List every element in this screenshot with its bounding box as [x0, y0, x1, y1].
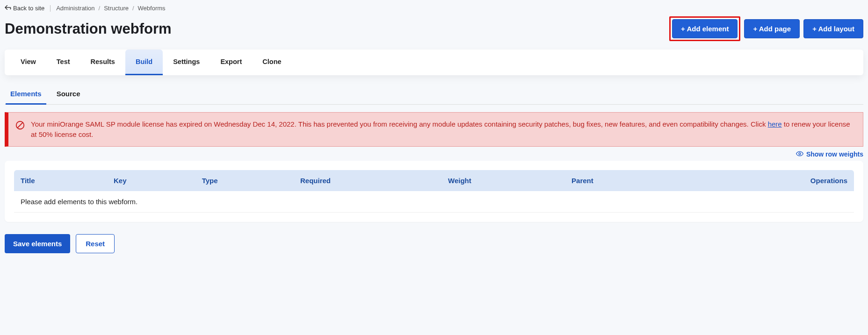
back-arrow-icon: [5, 5, 11, 12]
license-alert: Your miniOrange SAML SP module license h…: [5, 112, 863, 147]
table-header-row: Title Key Type Required Weight Parent Op…: [14, 170, 854, 191]
breadcrumb-structure[interactable]: Structure: [104, 5, 129, 12]
th-title[interactable]: Title: [14, 170, 107, 191]
th-parent[interactable]: Parent: [565, 170, 684, 191]
empty-message: Please add elements to this webform.: [14, 191, 854, 213]
action-buttons: + Add element + Add page + Add layout: [669, 16, 863, 41]
tab-test[interactable]: Test: [46, 50, 80, 75]
tab-results[interactable]: Results: [80, 50, 125, 75]
bottom-actions: Save elements Reset: [5, 222, 863, 253]
breadcrumb-webforms[interactable]: Webforms: [138, 5, 166, 12]
breadcrumb-administration[interactable]: Administration: [56, 5, 94, 12]
add-layout-button[interactable]: + Add layout: [803, 19, 863, 38]
subtab-source[interactable]: Source: [52, 84, 85, 105]
subtab-elements[interactable]: Elements: [6, 84, 46, 105]
alert-text: Your miniOrange SAML SP module license h…: [31, 119, 855, 140]
breadcrumb: Administration / Structure / Webforms: [56, 5, 165, 12]
back-to-site-link[interactable]: Back to site: [5, 5, 44, 12]
reset-button[interactable]: Reset: [76, 234, 115, 253]
th-required[interactable]: Required: [294, 170, 441, 191]
breadcrumb-separator: /: [99, 5, 101, 12]
secondary-tabs: Elements Source: [5, 84, 863, 105]
tab-view[interactable]: View: [10, 50, 46, 75]
svg-line-1: [18, 123, 23, 128]
svg-point-2: [799, 153, 801, 155]
add-element-button[interactable]: + Add element: [672, 19, 738, 38]
tab-clone[interactable]: Clone: [252, 50, 291, 75]
save-elements-button[interactable]: Save elements: [5, 234, 70, 253]
elements-panel: Title Key Type Required Weight Parent Op…: [5, 161, 863, 222]
back-to-site-label: Back to site: [13, 5, 44, 12]
tab-settings[interactable]: Settings: [163, 50, 210, 75]
breadcrumb-separator: /: [132, 5, 134, 12]
elements-table: Title Key Type Required Weight Parent Op…: [14, 170, 854, 213]
divider: [50, 5, 51, 12]
content: Elements Source Your miniOrange SAML SP …: [0, 75, 868, 258]
eye-icon: [796, 150, 803, 158]
th-weight[interactable]: Weight: [441, 170, 565, 191]
page-title: Demonstration webform: [5, 21, 172, 37]
highlight-annotation: + Add element: [669, 16, 740, 41]
th-operations[interactable]: Operations: [684, 170, 854, 191]
primary-tabs: View Test Results Build Settings Export …: [5, 50, 863, 75]
prohibited-icon: [15, 120, 25, 133]
th-key[interactable]: Key: [107, 170, 195, 191]
add-page-button[interactable]: + Add page: [744, 19, 800, 38]
tab-export[interactable]: Export: [210, 50, 252, 75]
table-row-empty: Please add elements to this webform.: [14, 191, 854, 213]
tab-build[interactable]: Build: [125, 50, 163, 75]
th-type[interactable]: Type: [195, 170, 294, 191]
alert-text-before: Your miniOrange SAML SP module license h…: [31, 120, 768, 128]
show-row-weights-label: Show row weights: [806, 150, 863, 158]
show-row-weights-link[interactable]: Show row weights: [5, 150, 863, 158]
alert-link[interactable]: here: [768, 120, 782, 128]
top-bar: Back to site Administration / Structure …: [0, 0, 868, 14]
primary-tabs-container: View Test Results Build Settings Export …: [0, 50, 868, 75]
header-row: Demonstration webform + Add element + Ad…: [0, 14, 868, 50]
